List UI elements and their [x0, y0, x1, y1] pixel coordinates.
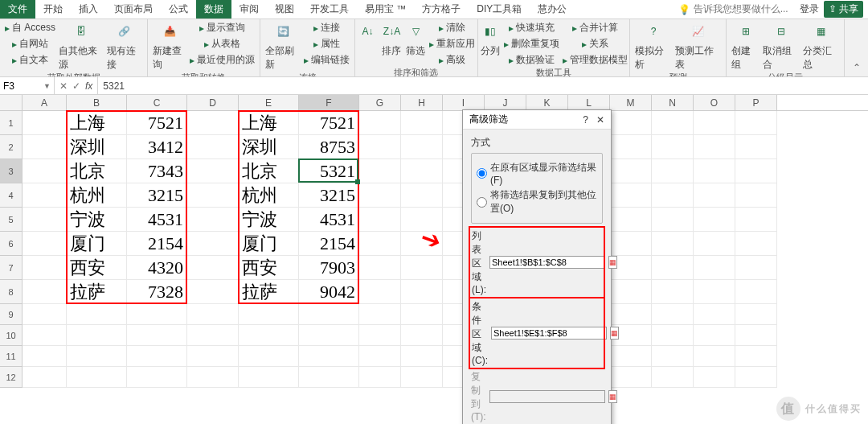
- cell[interactable]: [694, 135, 735, 159]
- ribbon-button[interactable]: 📥新建查询: [153, 21, 186, 72]
- list-range-input[interactable]: [489, 256, 605, 269]
- column-header[interactable]: C: [127, 95, 187, 110]
- ribbon-subitem[interactable]: ▸重新应用: [429, 37, 475, 51]
- data-cell[interactable]: 4531: [299, 208, 359, 232]
- cell[interactable]: [652, 135, 694, 159]
- cell[interactable]: [694, 232, 735, 256]
- ribbon-subitem[interactable]: ▸自文本: [12, 53, 48, 67]
- data-cell[interactable]: 7903: [299, 256, 359, 280]
- menu-item-0[interactable]: 文件: [0, 0, 35, 19]
- ribbon-subitem[interactable]: ▸显示查询: [199, 21, 245, 35]
- ribbon-button[interactable]: ▸快速填充▸删除重复项▸数据验证: [504, 21, 559, 67]
- cell[interactable]: [694, 183, 735, 208]
- range-picker-icon[interactable]: ▦: [608, 390, 617, 403]
- cell[interactable]: [299, 346, 359, 367]
- column-header[interactable]: E: [239, 95, 299, 110]
- cell[interactable]: [23, 256, 67, 280]
- dialog-titlebar[interactable]: 高级筛选 ? ✕: [463, 110, 611, 130]
- share-button[interactable]: ⇪ 共享: [824, 1, 863, 18]
- data-cell[interactable]: 7328: [127, 280, 187, 304]
- cell[interactable]: [610, 346, 652, 367]
- column-header[interactable]: A: [23, 95, 67, 110]
- cell[interactable]: [359, 208, 401, 232]
- column-header[interactable]: J: [485, 95, 526, 110]
- cell[interactable]: [694, 325, 735, 346]
- menu-item-7[interactable]: 视图: [267, 0, 302, 19]
- row-header[interactable]: 7: [0, 256, 23, 280]
- cell[interactable]: [359, 346, 401, 367]
- cell[interactable]: [610, 208, 652, 232]
- radio-in-place[interactable]: [477, 168, 487, 179]
- cell[interactable]: [652, 208, 694, 232]
- cell[interactable]: [652, 325, 694, 346]
- tell-me[interactable]: 💡告诉我您想要做什么...: [672, 0, 795, 19]
- cell[interactable]: [652, 232, 694, 256]
- menu-item-10[interactable]: 方方格子: [414, 0, 469, 19]
- data-cell[interactable]: 4320: [127, 256, 187, 280]
- cell[interactable]: [187, 304, 239, 325]
- cell[interactable]: [23, 135, 67, 159]
- data-cell[interactable]: 上海: [239, 111, 299, 135]
- cell[interactable]: [239, 346, 299, 367]
- login-link[interactable]: 登录: [800, 2, 819, 16]
- cell[interactable]: [359, 135, 401, 159]
- cell[interactable]: [401, 346, 443, 367]
- cell[interactable]: [187, 159, 239, 183]
- data-cell[interactable]: 厦门: [67, 232, 127, 256]
- cell[interactable]: [67, 325, 127, 346]
- cell[interactable]: [127, 325, 187, 346]
- cell[interactable]: [401, 256, 443, 280]
- cell[interactable]: [694, 111, 735, 135]
- criteria-range-input[interactable]: [491, 327, 607, 340]
- ribbon-button[interactable]: 🔗现有连接: [107, 21, 143, 72]
- cell[interactable]: [67, 367, 127, 388]
- data-cell[interactable]: 宁波: [67, 208, 127, 232]
- ribbon-subitem[interactable]: ▸合并计算: [572, 21, 618, 35]
- cell[interactable]: [299, 325, 359, 346]
- column-header[interactable]: O: [694, 95, 735, 110]
- cell[interactable]: [652, 111, 694, 135]
- cell[interactable]: [735, 280, 777, 304]
- ribbon-subitem[interactable]: ▸清除: [439, 21, 465, 35]
- row-header[interactable]: 4: [0, 183, 23, 208]
- data-cell[interactable]: 3215: [127, 183, 187, 208]
- ribbon-button[interactable]: ▸合并计算▸关系▸管理数据模型: [563, 21, 628, 67]
- cell[interactable]: [401, 280, 443, 304]
- ribbon-button[interactable]: ▸连接▸属性▸编辑链接: [304, 21, 350, 67]
- ribbon-subitem[interactable]: ▸连接: [313, 21, 340, 35]
- chevron-down-icon[interactable]: ▼: [43, 82, 51, 90]
- data-cell[interactable]: 厦门: [239, 232, 299, 256]
- row-header[interactable]: 3: [0, 159, 23, 183]
- data-cell[interactable]: 3215: [299, 183, 359, 208]
- cell[interactable]: [401, 183, 443, 208]
- column-header[interactable]: K: [526, 95, 568, 110]
- cell[interactable]: [359, 367, 401, 388]
- data-cell[interactable]: 西安: [67, 256, 127, 280]
- cell[interactable]: [652, 159, 694, 183]
- cell[interactable]: [23, 346, 67, 367]
- cell[interactable]: [23, 232, 67, 256]
- menu-item-12[interactable]: 慧办公: [530, 0, 575, 19]
- row-header[interactable]: 1: [0, 111, 23, 135]
- cell[interactable]: [187, 111, 239, 135]
- cell[interactable]: [359, 280, 401, 304]
- cell[interactable]: [401, 135, 443, 159]
- cell[interactable]: [187, 325, 239, 346]
- cell[interactable]: [610, 232, 652, 256]
- data-cell[interactable]: 7521: [127, 111, 187, 135]
- data-cell[interactable]: 上海: [67, 111, 127, 135]
- data-cell[interactable]: 深圳: [67, 135, 127, 159]
- fx-icon[interactable]: fx: [85, 80, 92, 92]
- ribbon-button[interactable]: ?模拟分析: [635, 21, 672, 72]
- data-cell[interactable]: 3412: [127, 135, 187, 159]
- range-picker-icon[interactable]: ▦: [608, 256, 617, 269]
- cell[interactable]: [735, 159, 777, 183]
- column-header[interactable]: G: [359, 95, 401, 110]
- ribbon-button[interactable]: Z↓A排序: [381, 21, 402, 58]
- cell[interactable]: [359, 111, 401, 135]
- menu-item-5[interactable]: 数据: [196, 0, 231, 19]
- data-cell[interactable]: 杭州: [67, 183, 127, 208]
- cell[interactable]: [694, 159, 735, 183]
- cell[interactable]: [694, 208, 735, 232]
- row-header[interactable]: 11: [0, 346, 23, 367]
